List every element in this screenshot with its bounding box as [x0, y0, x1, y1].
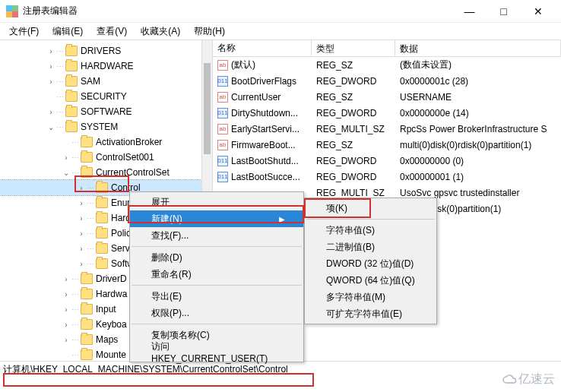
menu-bar: 文件(F) 编辑(E) 查看(V) 收藏夹(A) 帮助(H) — [0, 23, 561, 40]
window-title: 注册表编辑器 — [23, 5, 452, 17]
chevron-right-icon[interactable]: › — [76, 228, 87, 239]
folder-icon — [96, 182, 108, 193]
tree-item-label: ControlSet001 — [96, 152, 154, 163]
folder-icon — [81, 349, 93, 360]
context-menu-item[interactable]: 查找(F)... — [130, 227, 303, 244]
context-menu-item[interactable]: 新建(N)▶ — [130, 210, 303, 227]
col-name[interactable]: 名称 — [213, 40, 312, 56]
string-value-icon: ab — [217, 140, 228, 150]
chevron-right-icon[interactable]: › — [61, 289, 71, 299]
context-menu-item[interactable]: 字符串值(S) — [305, 222, 436, 239]
context-menu-item[interactable]: 重命名(R) — [130, 266, 303, 283]
chevron-right-icon[interactable]: › — [61, 319, 71, 330]
chevron-right-icon[interactable]: › — [76, 198, 87, 208]
context-menu-item[interactable]: 项(K) — [305, 200, 436, 217]
tree-item[interactable]: ›⋯SOFTWARE — [0, 104, 212, 119]
status-path: 计算机\HKEY_LOCAL_MACHINE\SYSTEM\CurrentCon… — [3, 363, 288, 376]
context-menu-item[interactable]: 权限(P)... — [130, 305, 303, 321]
tree-item[interactable]: ›⋯SAM — [0, 74, 212, 89]
tree-item[interactable]: ⌄⋯SYSTEM — [0, 119, 212, 134]
chevron-right-icon[interactable]: › — [76, 243, 87, 254]
folder-icon — [81, 304, 93, 315]
tree-item-label: HARDWARE — [81, 61, 134, 71]
folder-icon — [65, 122, 78, 132]
tree-item-label: SECURITY — [81, 91, 127, 102]
tree-item[interactable]: ⋯SECURITY — [0, 89, 212, 104]
chevron-down-icon[interactable]: ⌄ — [46, 122, 56, 132]
tree-item-label: Input — [96, 304, 116, 315]
tree-item[interactable]: ⋯ActivationBroker — [0, 134, 212, 150]
folder-icon — [81, 289, 93, 299]
value-row[interactable]: abFirmwareBoot...REG_SZmulti(0)disk(0)rd… — [213, 137, 561, 153]
maximize-button[interactable]: □ — [487, 0, 521, 23]
tree-item[interactable]: ›⋯DRIVERS — [0, 43, 212, 58]
string-value-icon: ab — [217, 124, 228, 134]
col-type[interactable]: 类型 — [312, 40, 395, 56]
chevron-right-icon[interactable]: › — [46, 76, 56, 87]
string-value-icon: ab — [217, 92, 228, 103]
context-menu-item[interactable]: 删除(D) — [130, 249, 303, 266]
value-row[interactable]: 011BootDriverFlagsREG_DWORD0x0000001c (2… — [213, 73, 561, 89]
value-row[interactable]: 011LastBootShutd...REG_DWORD0x00000000 (… — [213, 153, 561, 169]
value-row[interactable]: ab(默认)REG_SZ(数值未设置) — [213, 57, 561, 73]
chevron-right-icon[interactable]: › — [76, 213, 87, 223]
chevron-right-icon[interactable]: › — [61, 152, 71, 163]
context-menu-item[interactable]: 可扩充字符串值(E) — [305, 305, 436, 322]
folder-icon — [81, 334, 93, 345]
tree-item-label: Maps — [96, 334, 118, 345]
binary-value-icon: 011 — [217, 156, 228, 166]
context-menu-item[interactable]: DWORD (32 位)值(D) — [305, 255, 436, 272]
menu-favorites[interactable]: 收藏夹(A) — [135, 24, 186, 40]
minimize-button[interactable]: — — [452, 0, 487, 23]
chevron-right-icon[interactable]: › — [46, 61, 56, 71]
value-row[interactable]: abEarlyStartServi...REG_MULTI_SZRpcSs Po… — [213, 121, 561, 137]
context-menu-item[interactable]: 展开 — [130, 194, 303, 210]
chevron-right-icon[interactable]: › — [61, 273, 71, 284]
close-button[interactable]: ✕ — [521, 0, 555, 23]
col-data[interactable]: 数据 — [395, 40, 561, 56]
chevron-right-icon[interactable]: › — [76, 258, 87, 269]
watermark: 亿速云 — [502, 371, 555, 387]
value-row[interactable]: 011DirtyShutdown...REG_DWORD0x0000000e (… — [213, 105, 561, 121]
chevron-right-icon[interactable]: › — [61, 334, 71, 345]
context-menu-item[interactable]: QWORD (64 位)值(Q) — [305, 272, 436, 289]
menu-edit[interactable]: 编辑(E) — [46, 24, 89, 40]
tree-item-label: SAM — [81, 76, 100, 87]
folder-icon — [81, 319, 93, 330]
context-menu-item[interactable]: 导出(E) — [130, 288, 303, 305]
chevron-right-icon[interactable]: › — [61, 304, 71, 315]
folder-icon — [65, 91, 78, 102]
chevron-right-icon[interactable]: › — [46, 46, 56, 56]
tree-item-label: Keyboa — [96, 319, 127, 330]
folder-icon — [96, 243, 108, 254]
chevron-down-icon[interactable]: ⌄ — [61, 167, 71, 178]
string-value-icon: ab — [217, 60, 228, 71]
context-menu-item[interactable]: 多字符串值(M) — [305, 289, 436, 305]
folder-icon — [65, 76, 78, 87]
tree-item[interactable]: ›⋯HARDWARE — [0, 58, 212, 74]
menu-view[interactable]: 查看(V) — [90, 24, 133, 40]
context-submenu: 项(K)字符串值(S)二进制值(B)DWORD (32 位)值(D)QWORD … — [304, 198, 437, 324]
value-row[interactable]: abCurrentUserREG_SZUSERNAME — [213, 89, 561, 105]
tree-item[interactable]: ⌄⋯CurrentControlSet — [0, 165, 212, 180]
chevron-right-icon[interactable]: › — [46, 106, 56, 117]
context-menu-item[interactable]: 访问 HKEY_CURRENT_USER(T) — [130, 343, 303, 360]
binary-value-icon: 011 — [217, 108, 228, 119]
submenu-arrow-icon: ▶ — [279, 215, 285, 223]
tree-item-label: Mounte — [96, 349, 126, 360]
title-bar: 注册表编辑器 — □ ✕ — [0, 0, 561, 23]
folder-icon — [96, 198, 108, 208]
menu-help[interactable]: 帮助(H) — [188, 24, 231, 40]
tree-item[interactable]: ›⋯ControlSet001 — [0, 150, 212, 165]
folder-icon — [96, 228, 108, 239]
tree-item-label: SYSTEM — [81, 122, 118, 132]
chevron-right-icon[interactable]: › — [76, 182, 87, 193]
binary-value-icon: 011 — [217, 172, 228, 182]
menu-file[interactable]: 文件(F) — [3, 24, 45, 40]
app-icon — [6, 5, 18, 17]
folder-icon — [96, 213, 108, 223]
context-menu-item[interactable]: 二进制值(B) — [305, 239, 436, 255]
context-menu: 展开新建(N)▶查找(F)...删除(D)重命名(R)导出(E)权限(P)...… — [129, 191, 304, 362]
value-row[interactable]: 011LastBootSucce...REG_DWORD0x00000001 (… — [213, 169, 561, 185]
folder-icon — [81, 273, 93, 284]
